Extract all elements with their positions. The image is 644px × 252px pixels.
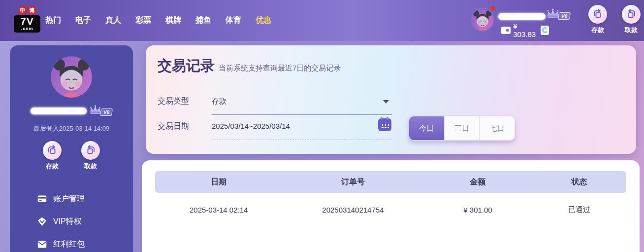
transaction-type-select[interactable]: 存款 — [212, 97, 226, 106]
column-header-order-no: 订单号 — [282, 177, 423, 187]
withdraw-label: 取款 — [84, 162, 97, 171]
refresh-icon — [542, 27, 548, 33]
withdraw-icon — [81, 141, 100, 160]
envelope-icon — [37, 239, 47, 250]
nav-item-hot[interactable]: 热门 — [45, 15, 61, 26]
avatar-girl-icon — [51, 56, 92, 98]
nav-item-fishing[interactable]: 捕鱼 — [195, 15, 211, 26]
username-redacted — [31, 108, 87, 114]
tab-three-days[interactable]: 三日 — [444, 116, 480, 140]
logo-brand: 7V — [16, 16, 38, 27]
refresh-balance-button[interactable] — [541, 26, 549, 35]
vip-level-badge: V0 — [558, 12, 571, 20]
logo-badge-shen: 申 — [19, 6, 27, 14]
main-nav: 热门 电子 真人 彩票 棋牌 捕鱼 体育 优惠 — [45, 0, 271, 41]
top-navigation-bar: 申 博 7V .com 热门 电子 真人 彩票 棋牌 捕鱼 体育 优惠 — [0, 0, 644, 41]
sidebar-item-vip-privileges[interactable]: VIP特权 — [10, 210, 133, 233]
sidebar: V0 最后登入2025-03-14 14:09 存款 — [10, 45, 133, 252]
sidebar-menu: 账户管理 VIP特权 红利红包 — [10, 187, 133, 252]
header-actions: 存款 取款 — [585, 5, 644, 35]
page-background: V0 最后登入2025-03-14 14:09 存款 — [0, 41, 644, 252]
menu-label: VIP特权 — [53, 216, 82, 227]
transaction-type-label: 交易类型 — [158, 96, 189, 107]
menu-label: 红利红包 — [53, 239, 85, 250]
logo-box: 7V .com — [14, 15, 40, 33]
sidebar-avatar[interactable] — [51, 56, 92, 98]
deposit-icon — [588, 5, 607, 24]
sidebar-userline: V0 — [10, 106, 133, 116]
records-table-card: 日期 订单号 金额 状态 2025-03-14 02:14 2025031402… — [142, 160, 640, 252]
vip-level-badge: V0 — [100, 108, 113, 116]
sidebar-deposit-button[interactable]: 存款 — [39, 141, 65, 171]
date-input-underline — [212, 140, 392, 140]
transaction-records-page: 申 博 7V .com 热门 电子 真人 彩票 棋牌 捕鱼 体育 优惠 — [0, 0, 644, 252]
withdraw-icon — [622, 5, 641, 24]
sidebar-withdraw-button[interactable]: 取款 — [78, 141, 103, 171]
wallet-row: ¥ 303.83 — [501, 22, 549, 38]
deposit-button[interactable]: 存款 — [585, 5, 611, 35]
last-login-text: 最后登入2025-03-14 14:09 — [10, 124, 133, 133]
type-select-underline — [212, 114, 392, 115]
username-redacted — [498, 13, 546, 20]
calendar-icon[interactable] — [378, 118, 391, 131]
column-header-status: 状态 — [532, 177, 626, 187]
nav-item-slots[interactable]: 电子 — [75, 15, 91, 26]
table-header: 日期 订单号 金额 状态 — [155, 171, 626, 193]
avatar-girl-icon — [472, 9, 493, 31]
column-header-date: 日期 — [155, 177, 282, 187]
logo-badge-bo: 博 — [28, 6, 36, 14]
cell-amount: ¥ 301.00 — [423, 206, 532, 214]
nav-item-live[interactable]: 真人 — [105, 15, 121, 26]
menu-label: 账户管理 — [53, 194, 85, 204]
nav-item-lottery[interactable]: 彩票 — [135, 15, 151, 26]
filter-card: 交易记录 当前系统支持查询最近7日的交易记录 交易类型 存款 交易日期 2025… — [146, 45, 636, 154]
site-logo[interactable]: 申 博 7V .com — [14, 6, 40, 33]
wallet-icon — [501, 27, 511, 34]
deposit-icon — [43, 141, 62, 160]
table-row: 2025-03-14 02:14 202503140214754 ¥ 301.0… — [155, 200, 626, 219]
nav-item-cards[interactable]: 棋牌 — [165, 15, 181, 26]
deposit-label: 存款 — [591, 26, 604, 35]
page-subtitle: 当前系统支持查询最近7日的交易记录 — [219, 64, 341, 73]
date-range-tabs: 今日 三日 七日 — [409, 116, 515, 141]
filter-title-row: 交易记录 当前系统支持查询最近7日的交易记录 — [158, 56, 341, 76]
balance-amount: ¥ 303.83 — [513, 22, 538, 38]
bank-card-icon — [37, 194, 47, 204]
transaction-date-input[interactable]: 2025/03/14~2025/03/14 — [212, 122, 290, 130]
deposit-label: 存款 — [46, 162, 59, 171]
user-avatar[interactable] — [471, 8, 494, 32]
sidebar-item-bonus-red-packet[interactable]: 红利红包 — [10, 233, 133, 252]
chevron-down-icon[interactable] — [383, 100, 389, 104]
withdraw-label: 取款 — [625, 26, 638, 35]
tab-today[interactable]: 今日 — [409, 116, 444, 140]
logo-domain: .com — [16, 27, 38, 31]
cell-order-no: 202503140214754 — [282, 206, 423, 214]
nav-item-sports[interactable]: 体育 — [225, 15, 241, 26]
notification-dot — [490, 6, 495, 11]
page-title: 交易记录 — [158, 56, 215, 76]
withdraw-button[interactable]: 取款 — [618, 5, 644, 35]
column-header-amount: 金额 — [423, 177, 532, 187]
cell-date: 2025-03-14 02:14 — [155, 206, 282, 214]
logo-badges: 申 博 — [14, 6, 40, 14]
sidebar-item-account-management[interactable]: 账户管理 — [10, 187, 133, 210]
nav-item-promotions[interactable]: 优惠 — [256, 15, 271, 26]
cell-status: 已通过 — [532, 205, 626, 215]
transaction-date-label: 交易日期 — [158, 121, 189, 132]
sidebar-actions: 存款 取款 — [10, 141, 133, 171]
tab-seven-days[interactable]: 七日 — [479, 116, 515, 140]
vip-diamond-icon — [37, 216, 47, 227]
